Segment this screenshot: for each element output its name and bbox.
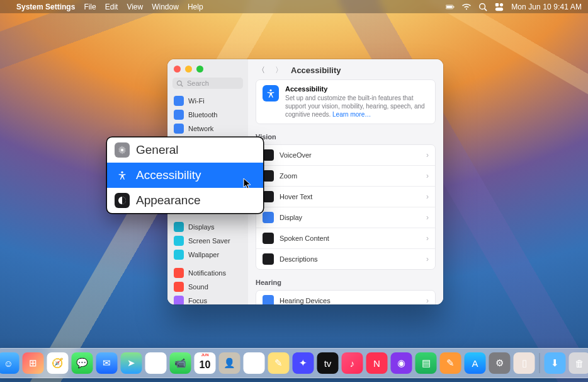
chevron-right-icon: › — [426, 296, 429, 304]
callout-label: General — [136, 143, 179, 157]
svg-point-3 — [480, 3, 485, 9]
dock-app-safari[interactable]: 🧭 — [47, 352, 69, 374]
sidebar-item[interactable]: Sound — [170, 280, 246, 294]
dock-app-calendar[interactable]: JUN10 — [195, 352, 216, 374]
row-label: VoiceOver — [280, 151, 312, 159]
dock-app-system-settings[interactable]: ⚙ — [489, 352, 511, 374]
menu-edit[interactable]: Edit — [105, 3, 118, 11]
chevron-right-icon: › — [426, 213, 429, 222]
settings-row[interactable]: Hover Text › — [256, 187, 435, 207]
sidebar-item-label: Focus — [188, 297, 207, 304]
svg-line-9 — [181, 84, 183, 86]
dock-separator — [540, 353, 540, 373]
close-button[interactable] — [174, 66, 181, 72]
network-icon — [174, 124, 184, 134]
page-title: Accessibility — [291, 66, 341, 75]
settings-row[interactable]: Zoom › — [256, 166, 435, 187]
dock-app-messages[interactable]: 💬 — [72, 352, 93, 374]
chevron-right-icon: › — [426, 171, 429, 180]
sidebar-item[interactable]: Wi-Fi — [170, 94, 246, 108]
row-label: Hover Text — [280, 193, 312, 200]
menubar-clock[interactable]: Mon Jun 10 9:41 AM — [511, 3, 582, 11]
dock-app-trash[interactable]: 🗑 — [569, 352, 589, 374]
sidebar-item[interactable]: Displays — [170, 220, 246, 234]
row-label: Hearing Devices — [280, 297, 331, 304]
sidebar-item-label: Wi-Fi — [188, 97, 205, 105]
dock-app-maps[interactable]: ➤ — [121, 352, 142, 374]
dock-app-podcasts[interactable]: ◉ — [391, 352, 412, 374]
control-center-icon[interactable] — [495, 3, 504, 11]
sidebar-item[interactable]: Network — [170, 122, 246, 136]
dock-app-photos[interactable]: ✿ — [145, 352, 167, 374]
hearing-icon — [263, 295, 274, 304]
battery-icon[interactable] — [446, 3, 455, 11]
callout-label: Appearance — [136, 194, 200, 207]
dock-app-numbers[interactable]: ▤ — [416, 352, 437, 374]
chevron-right-icon: › — [426, 234, 429, 243]
svg-rect-2 — [453, 6, 454, 7]
dock-app-contacts[interactable]: 👤 — [219, 352, 240, 374]
accessibility-icon — [263, 85, 279, 101]
header-banner: Accessibility Set up and customize the b… — [256, 79, 436, 124]
dock-app-launchpad[interactable]: ⊞ — [23, 352, 44, 374]
sidebar-item[interactable]: Notifications — [170, 266, 246, 280]
sidebar-item[interactable]: Screen Saver — [170, 234, 246, 248]
hearing-list: Hearing Devices › Audio › Captions › — [256, 290, 436, 304]
settings-row[interactable]: VoiceOver › — [256, 145, 435, 166]
svg-line-4 — [485, 8, 487, 11]
sidebar-item-label: Screen Saver — [188, 237, 230, 245]
sidebar-item[interactable]: Bluetooth — [170, 108, 246, 122]
menubar-app-title[interactable]: System Settings — [16, 3, 75, 11]
dock-app-downloads[interactable]: ⬇ — [545, 352, 566, 374]
row-label: Descriptions — [280, 255, 318, 263]
dock-app-iphone-mirroring[interactable]: ▯ — [514, 352, 535, 374]
callout-label: Accessibility — [136, 168, 201, 182]
back-button[interactable]: 〈 — [256, 64, 267, 76]
settings-row[interactable]: Display › — [256, 207, 435, 228]
sidebar-item[interactable]: Wallpaper — [170, 248, 246, 262]
settings-row[interactable]: Hearing Devices › — [256, 291, 435, 304]
dock-app-appstore[interactable]: A — [465, 352, 486, 374]
settings-row[interactable]: Spoken Content › — [256, 228, 435, 249]
settings-row[interactable]: Descriptions › — [256, 249, 435, 269]
chevron-right-icon: › — [426, 192, 429, 201]
search-input[interactable]: Search — [172, 78, 243, 89]
callout-item-appearance[interactable]: Appearance — [107, 188, 263, 213]
appearance-icon — [115, 193, 130, 208]
menu-view[interactable]: View — [127, 3, 143, 11]
row-label: Display — [280, 214, 302, 221]
row-label: Zoom — [280, 172, 297, 180]
content-scroll[interactable]: Accessibility Set up and customize the b… — [248, 79, 443, 304]
sidebar-item[interactable]: Focus — [170, 294, 246, 304]
gear-icon — [115, 142, 130, 158]
menu-window[interactable]: Window — [152, 3, 179, 11]
dock-app-tv[interactable]: tv — [317, 352, 339, 374]
callout-item-accessibility[interactable]: Accessibility — [107, 163, 263, 188]
dock-app-finder[interactable]: ☺ — [0, 352, 20, 374]
dock-app-freeform[interactable]: ✦ — [293, 352, 314, 374]
descriptions-icon — [263, 253, 274, 265]
bluetooth-icon — [174, 110, 184, 120]
dock-app-reminders[interactable]: ☑ — [244, 352, 265, 374]
wifi-icon[interactable] — [462, 3, 471, 11]
mouse-cursor — [243, 178, 252, 189]
dock-app-pages[interactable]: ✎ — [440, 352, 461, 374]
magnified-callout: General Accessibility Appearance — [107, 137, 263, 213]
accessibility-icon — [115, 168, 130, 183]
dock-app-facetime[interactable]: 📹 — [170, 352, 191, 374]
forward-button[interactable]: 〉 — [273, 64, 285, 76]
dock-app-mail[interactable]: ✉ — [96, 352, 118, 374]
learn-more-link[interactable]: Learn more… — [332, 111, 371, 118]
menu-bar: System Settings File Edit View Window He… — [0, 0, 588, 13]
menu-file[interactable]: File — [84, 3, 96, 11]
menu-help[interactable]: Help — [188, 3, 203, 11]
callout-item-general[interactable]: General — [107, 137, 263, 163]
zoom-button[interactable] — [196, 66, 203, 72]
dock-app-news[interactable]: N — [366, 352, 388, 374]
dock-app-notes[interactable]: ✎ — [268, 352, 290, 374]
spotlight-icon[interactable] — [478, 3, 487, 11]
vision-list: VoiceOver › Zoom › Hover Text › Display … — [256, 144, 436, 270]
minimize-button[interactable] — [185, 66, 192, 72]
dock-app-music[interactable]: ♪ — [342, 352, 363, 374]
toolbar: 〈 〉 Accessibility — [248, 59, 443, 79]
